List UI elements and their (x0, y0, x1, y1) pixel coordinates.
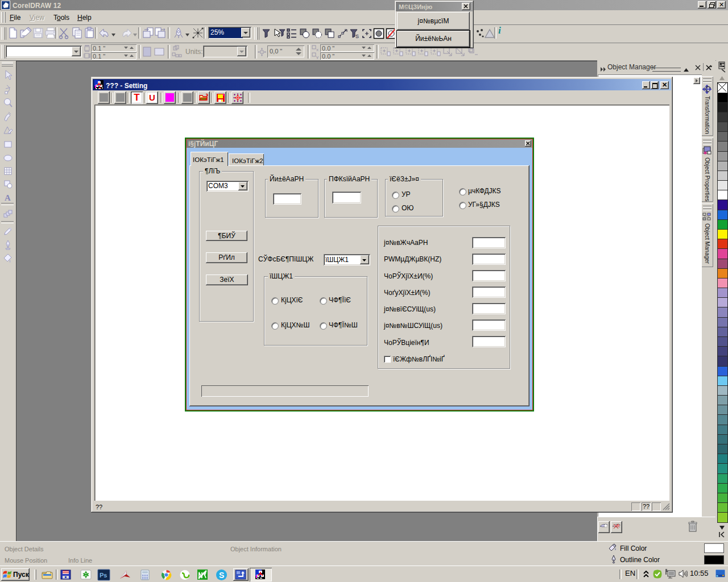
svg-text:y: y (316, 55, 318, 59)
svg-text:A: A (5, 193, 11, 202)
svg-text:S: S (355, 34, 359, 39)
svg-text:S: S (219, 571, 224, 580)
svg-text:Ps: Ps (100, 572, 107, 579)
svg-text:x: x (316, 47, 318, 52)
